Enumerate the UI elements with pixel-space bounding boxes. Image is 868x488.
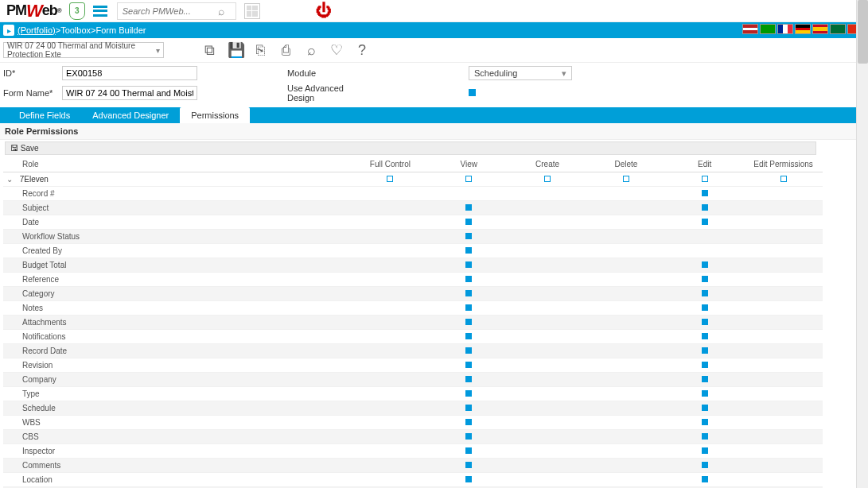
cell (430, 473, 508, 487)
table-row: WBS (3, 416, 823, 430)
form-name-field[interactable] (62, 86, 197, 100)
save-button[interactable]: 🖫 Save (10, 144, 39, 153)
save-icon[interactable]: 💾 (228, 41, 242, 59)
checkbox-filled[interactable] (465, 419, 472, 425)
checkbox-filled[interactable] (465, 290, 472, 296)
checkbox-create[interactable] (544, 176, 551, 182)
checkbox-delete[interactable] (623, 176, 629, 182)
cell (430, 387, 508, 401)
checkbox-filled[interactable] (465, 476, 472, 482)
checkbox-filled[interactable] (702, 362, 708, 368)
checkbox-view[interactable] (465, 176, 472, 182)
flag-sa[interactable] (830, 24, 846, 34)
checkbox-filled[interactable] (702, 405, 708, 411)
hamburger-icon[interactable] (93, 6, 107, 17)
apps-icon[interactable] (244, 3, 260, 19)
breadcrumb-portfolio[interactable]: (Portfolio) (18, 25, 56, 35)
cell (744, 316, 823, 330)
checkbox-filled[interactable] (465, 462, 472, 468)
tab-permissions[interactable]: Permissions (180, 107, 250, 123)
checkbox-filled[interactable] (702, 333, 708, 339)
tab-advanced-designer[interactable]: Advanced Designer (81, 107, 180, 123)
table-row: Record # (3, 187, 823, 201)
cell (430, 416, 508, 430)
checkbox-filled[interactable] (702, 304, 708, 311)
shield-badge[interactable]: 3 (69, 2, 85, 20)
vertical-scrollbar[interactable] (856, 0, 868, 488)
checkbox-filled[interactable] (465, 276, 472, 282)
search-box[interactable]: ⌕ (117, 2, 236, 20)
cell (586, 187, 665, 201)
checkbox-filled[interactable] (702, 219, 708, 225)
checkbox-filled[interactable] (702, 462, 708, 468)
checkbox-full[interactable] (387, 176, 393, 182)
cell (665, 301, 744, 316)
checkbox-filled[interactable] (465, 405, 472, 411)
checkbox-filled[interactable] (465, 333, 472, 339)
checkbox-filled[interactable] (465, 376, 472, 382)
checkbox-filled[interactable] (702, 290, 708, 296)
checkbox-filled[interactable] (465, 219, 472, 225)
checkbox-filled[interactable] (702, 433, 708, 440)
checkbox-filled[interactable] (465, 247, 472, 254)
help-icon[interactable]: ? (355, 42, 369, 59)
module-value: Scheduling (474, 68, 517, 78)
cell (508, 373, 587, 387)
collapse-icon[interactable]: ⌄ (6, 175, 13, 184)
flag-us[interactable] (742, 24, 758, 34)
tabs: Define Fields Advanced Designer Permissi… (0, 107, 868, 123)
record-dropdown[interactable]: WIR 07 24 00 Thermal and Moisture Protec… (3, 42, 164, 58)
checkbox-filled[interactable] (702, 319, 708, 325)
checkbox-filled[interactable] (465, 261, 472, 268)
checkbox-filled[interactable] (702, 190, 708, 196)
flag-fr[interactable] (777, 24, 793, 34)
bulb-icon[interactable]: ♡ (329, 41, 344, 59)
checkbox-filled[interactable] (465, 304, 472, 311)
checkbox-filled[interactable] (702, 276, 708, 282)
checkbox-filled[interactable] (465, 362, 472, 368)
table-row: Attachments (3, 316, 823, 330)
breadcrumb-toggle-icon[interactable]: ▸ (3, 25, 14, 36)
checkbox-filled[interactable] (702, 390, 708, 397)
module-dropdown[interactable]: Scheduling ▾ (469, 66, 572, 80)
add-icon[interactable]: ⧉ (202, 42, 216, 59)
checkbox-edit[interactable] (702, 176, 708, 182)
checkbox-filled[interactable] (465, 390, 472, 397)
col-edit-permissions: Edit Permissions (744, 157, 823, 172)
checkbox-filled[interactable] (465, 447, 472, 454)
breadcrumb-toolbox[interactable]: Toolbox (60, 25, 91, 35)
cell (351, 258, 430, 273)
id-field[interactable] (62, 66, 197, 80)
checkbox-filled[interactable] (465, 233, 472, 239)
checkbox-filled[interactable] (465, 347, 472, 354)
cell (744, 401, 823, 416)
clipboard-icon[interactable]: ⎘ (253, 42, 267, 59)
print-icon[interactable]: ⎙ (278, 42, 293, 59)
flag-de[interactable] (795, 24, 811, 34)
cell (586, 244, 665, 258)
flag-br[interactable] (760, 24, 776, 34)
adv-design-checkbox[interactable] (469, 89, 476, 96)
module-label: Module (287, 68, 367, 78)
checkbox-filled[interactable] (465, 433, 472, 440)
checkbox-filled[interactable] (702, 447, 708, 454)
checkbox-filled[interactable] (702, 419, 708, 425)
cell (586, 301, 665, 316)
search-input[interactable] (123, 6, 218, 16)
scrollbar-thumb[interactable] (858, 0, 868, 64)
checkbox-filled[interactable] (465, 319, 472, 325)
cell (586, 459, 665, 473)
cell (744, 344, 823, 358)
checkbox-filled[interactable] (702, 476, 708, 482)
search-icon[interactable]: ⌕ (218, 5, 224, 17)
checkbox-filled[interactable] (702, 204, 708, 211)
flag-es[interactable] (812, 24, 828, 34)
checkbox-filled[interactable] (702, 347, 708, 354)
tab-define-fields[interactable]: Define Fields (8, 107, 81, 123)
power-icon[interactable]: ⏻ (316, 2, 332, 20)
checkbox-editperm[interactable] (780, 176, 787, 182)
checkbox-filled[interactable] (702, 261, 708, 268)
checkbox-filled[interactable] (702, 376, 708, 382)
zoom-icon[interactable]: ⌕ (304, 42, 318, 59)
checkbox-filled[interactable] (465, 204, 472, 211)
